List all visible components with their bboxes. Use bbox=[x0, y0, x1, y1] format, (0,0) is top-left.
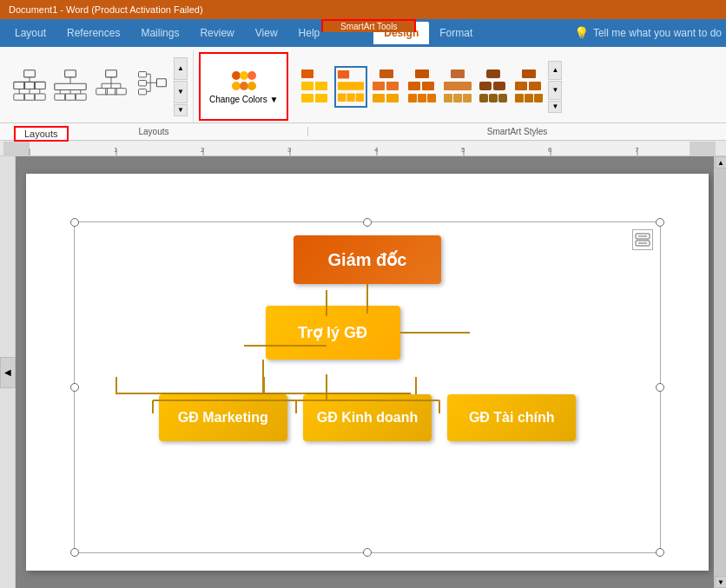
svg-rect-0 bbox=[24, 70, 36, 77]
svg-rect-4 bbox=[34, 82, 45, 89]
smartart-styles-label: SmartArt Styles bbox=[308, 127, 726, 136]
svg-rect-69 bbox=[463, 94, 472, 102]
svg-point-40 bbox=[248, 71, 256, 80]
handle-ml[interactable] bbox=[70, 383, 79, 392]
svg-rect-83 bbox=[3, 142, 30, 155]
title-bar: Document1 - Word (Product Activation Fai… bbox=[0, 0, 726, 19]
node-gd-kinh-doanh[interactable]: GĐ Kinh doanh bbox=[303, 394, 432, 441]
svg-rect-2 bbox=[14, 82, 25, 89]
tell-me-area[interactable]: 💡 Tell me what you want to do bbox=[574, 26, 722, 40]
svg-rect-70 bbox=[486, 69, 500, 78]
smartart-styles-group: ▲ ▼ ▼ bbox=[294, 50, 721, 122]
ruler-svg: 1 2 3 4 5 6 7 bbox=[3, 142, 716, 155]
styles-scroll-down[interactable]: ▼ bbox=[548, 81, 562, 100]
doc-area: ◀ bbox=[0, 156, 726, 588]
connector-1-2 bbox=[366, 284, 368, 306]
layout-btn-1[interactable] bbox=[10, 66, 49, 107]
svg-rect-78 bbox=[529, 82, 541, 90]
layout-btn-2[interactable] bbox=[51, 66, 89, 107]
connector-area bbox=[83, 360, 651, 394]
style-swatch-5[interactable] bbox=[441, 66, 474, 108]
scroll-up-btn[interactable]: ▲ bbox=[715, 156, 726, 168]
style-swatch-4[interactable] bbox=[406, 66, 439, 108]
styles-scroll-expand[interactable]: ▼ bbox=[548, 101, 562, 113]
svg-rect-31 bbox=[139, 89, 147, 95]
change-colors-button[interactable]: Change Colors ▼ bbox=[199, 52, 288, 121]
layout-scroll: ▲ ▼ ▼ bbox=[174, 57, 188, 116]
layout-scroll-up[interactable]: ▲ bbox=[174, 57, 188, 80]
style-swatch-1[interactable] bbox=[299, 66, 332, 108]
svg-point-41 bbox=[232, 82, 241, 90]
svg-rect-52 bbox=[347, 93, 355, 101]
svg-point-39 bbox=[240, 71, 248, 80]
handle-bc[interactable] bbox=[363, 548, 372, 557]
left-panel: ◀ bbox=[0, 156, 16, 588]
svg-rect-72 bbox=[493, 82, 505, 90]
handle-tl[interactable] bbox=[70, 218, 79, 227]
styles-scroll-up[interactable]: ▲ bbox=[548, 61, 562, 80]
svg-rect-44 bbox=[301, 69, 314, 78]
level3-row: GĐ Marketing GĐ Kinh doanh GĐ Tài chính bbox=[83, 394, 651, 441]
style-swatch-7[interactable] bbox=[512, 66, 545, 108]
node-gd-marketing[interactable]: GĐ Marketing bbox=[159, 394, 287, 441]
handle-tc[interactable] bbox=[363, 218, 372, 227]
layout-btn-4[interactable] bbox=[133, 66, 171, 107]
svg-rect-54 bbox=[380, 69, 393, 78]
svg-rect-56 bbox=[386, 82, 399, 90]
style-swatch-3[interactable] bbox=[370, 66, 403, 108]
svg-rect-8 bbox=[14, 94, 25, 100]
node-giam-doc[interactable]: Giám đốc bbox=[294, 235, 442, 284]
style-swatch-2[interactable] bbox=[334, 66, 367, 108]
handle-bl[interactable] bbox=[70, 548, 79, 557]
svg-rect-45 bbox=[301, 82, 314, 90]
ribbon-content: ▲ ▼ ▼ Layouts Change Colors ▼ bbox=[0, 47, 726, 123]
svg-rect-58 bbox=[386, 94, 399, 102]
style-swatch-6[interactable] bbox=[477, 66, 510, 108]
svg-rect-50 bbox=[338, 82, 364, 89]
tab-mailings[interactable]: Mailings bbox=[130, 22, 189, 44]
svg-rect-19 bbox=[75, 94, 86, 100]
doc-layout-icon[interactable] bbox=[632, 229, 653, 250]
connector-h bbox=[400, 332, 470, 334]
tab-review[interactable]: Review bbox=[189, 22, 244, 44]
ribbon-labels-row: Layouts SmartArt Styles bbox=[0, 123, 726, 141]
svg-rect-20 bbox=[106, 70, 117, 77]
smartart-container[interactable]: Giám đốc Trợ lý GĐ bbox=[74, 221, 661, 553]
svg-rect-13 bbox=[55, 83, 86, 89]
svg-rect-10 bbox=[34, 94, 45, 100]
tab-layout[interactable]: Layout bbox=[4, 22, 56, 44]
node-gd-tai-chinh[interactable]: GĐ Tài chính bbox=[447, 394, 576, 441]
svg-rect-48 bbox=[315, 94, 327, 102]
tab-format[interactable]: Format bbox=[429, 22, 483, 44]
svg-rect-75 bbox=[498, 94, 507, 102]
collapse-arrow[interactable]: ◀ bbox=[0, 357, 16, 388]
node-tro-ly[interactable]: Trợ lý GĐ bbox=[266, 306, 400, 360]
layout-scroll-expand[interactable]: ▼ bbox=[174, 104, 188, 116]
svg-rect-29 bbox=[139, 72, 147, 77]
tab-view[interactable]: View bbox=[245, 22, 288, 44]
svg-rect-85 bbox=[30, 142, 690, 155]
tab-references[interactable]: References bbox=[56, 22, 130, 44]
right-scrollbar[interactable]: ▲ ▼ bbox=[714, 156, 726, 588]
title-text: Document1 - Word (Product Activation Fai… bbox=[9, 4, 203, 15]
change-colors-label: Change Colors ▼ bbox=[209, 95, 278, 105]
svg-rect-63 bbox=[418, 94, 426, 102]
svg-rect-67 bbox=[444, 94, 452, 102]
layout-scroll-down[interactable]: ▼ bbox=[174, 81, 188, 103]
svg-rect-84 bbox=[690, 142, 716, 155]
scroll-track bbox=[715, 168, 726, 576]
handle-br[interactable] bbox=[656, 548, 664, 557]
doc-page: Giám đốc Trợ lý GĐ bbox=[26, 174, 709, 571]
svg-rect-59 bbox=[415, 69, 429, 78]
svg-rect-62 bbox=[408, 94, 417, 102]
svg-rect-57 bbox=[373, 94, 385, 102]
handle-tr[interactable] bbox=[656, 218, 664, 227]
svg-rect-49 bbox=[338, 70, 349, 78]
layout-btn-3[interactable] bbox=[92, 66, 130, 107]
svg-rect-80 bbox=[525, 94, 533, 102]
handle-mr[interactable] bbox=[656, 383, 664, 392]
level2-row: Trợ lý GĐ bbox=[266, 306, 470, 360]
styles-scroll: ▲ ▼ ▼ bbox=[548, 61, 562, 113]
scroll-down-btn[interactable]: ▼ bbox=[715, 576, 726, 588]
change-colors-icon bbox=[229, 69, 259, 95]
